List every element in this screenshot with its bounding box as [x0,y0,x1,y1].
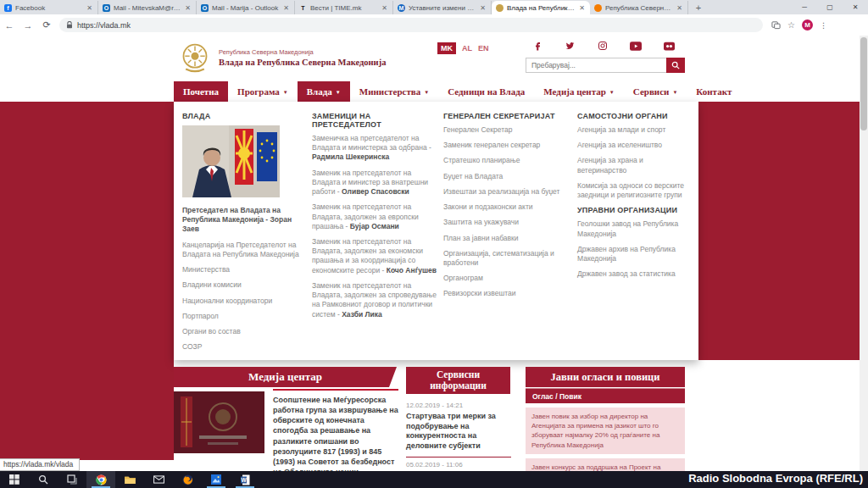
media-article-rule [273,389,398,391]
deputy-name: Радмила Шекеринска [312,152,389,161]
maximize-button[interactable]: ▢ [817,0,843,14]
nav-item-седници-на-влада[interactable]: Седници на Влада [438,81,534,102]
menu-link[interactable]: Канцеларија на Претседателот на Владата … [182,241,308,259]
media-article[interactable]: Соопштение на Меѓуресорска работна група… [273,389,398,471]
nav-item-министерства[interactable]: Министерства▼ [350,81,438,102]
nav-item-контакт[interactable]: Контакт [687,81,741,102]
menu-heading: САМОСТОЈНИ ОРГАНИ [577,112,691,120]
nav-item-медија-центар[interactable]: Медија центар▼ [534,81,623,102]
menu-link[interactable]: Закони и подзаконски акти [443,202,569,212]
twitter-icon[interactable] [565,41,576,51]
address-bar[interactable]: https://vlada.mk [59,18,763,32]
youtube-icon[interactable] [630,42,642,51]
menu-link[interactable]: Заменик генерален секретар [443,141,569,150]
menu-link[interactable]: СОЗР [182,342,308,352]
extension-icon[interactable] [771,20,781,30]
tab-close-icon[interactable]: ✕ [184,4,192,12]
browser-tab[interactable]: fFacebook✕ [0,1,98,14]
menu-link[interactable]: Органограм [443,274,569,283]
browser-tab[interactable]: OMail - Marija - Outlook✕ [197,1,295,14]
language-mk[interactable]: MK [437,42,456,54]
menu-link[interactable]: Ревизорски извештаи [443,289,569,298]
close-button[interactable]: ✕ [843,0,868,14]
services-band[interactable]: Сервисни информации [406,367,510,394]
search-input[interactable] [526,58,666,73]
nav-item-програма[interactable]: Програма▼ [228,81,298,102]
media-center-band[interactable]: Медија центар [174,367,397,387]
menu-link-featured[interactable]: Претседател на Владата на Република Маке… [182,206,308,235]
instagram-icon[interactable] [598,41,608,51]
service-item-title[interactable]: Стартуваа три мерки за подобрување на ко… [406,412,511,452]
menu-link[interactable]: Буџет на Владата [443,172,569,181]
tab-close-icon[interactable]: ✕ [381,4,388,12]
menu-link[interactable]: Заштита на укажувачи [443,218,569,227]
menu-link[interactable]: План за јавни набавки [443,234,569,243]
taskbar-start-icon[interactable] [0,471,29,488]
language-al[interactable]: AL [462,44,472,53]
menu-link-deputy[interactable]: Заменичка на претседателот на Владата и … [312,134,437,163]
menu-link[interactable]: Извештаи за реализација на буџет [443,187,569,197]
taskbar-firefox-icon[interactable] [173,471,202,488]
profile-avatar[interactable]: M [802,19,813,30]
menu-link-deputy[interactable]: Заменик на претседателот на Владата и ми… [312,169,437,197]
taskbar-mail-icon[interactable] [144,471,173,488]
taskbar-explorer-icon[interactable] [115,471,144,488]
menu-link[interactable]: Државен завод за статистика [577,269,691,279]
notices-band[interactable]: Јавни огласи и повици [526,367,685,387]
page-scrollbar[interactable] [860,36,868,471]
media-article-thumbnail[interactable] [174,391,264,453]
menu-link[interactable]: Организација, систематизација и вработен… [443,249,569,268]
reload-icon[interactable]: ⟳ [37,19,56,30]
prime-minister-photo[interactable] [182,125,280,197]
menu-link[interactable]: Комисија за односи со верските заедници … [577,181,691,200]
taskbar-photos-icon[interactable] [202,471,231,488]
search-button[interactable] [666,58,685,73]
menu-link-deputy[interactable]: Заменик на претседателот на Владата, зад… [312,237,437,275]
tab-close-icon[interactable]: ✕ [676,4,683,12]
taskbar-word-icon[interactable]: W [231,471,259,488]
nav-item-влада[interactable]: Влада▼ [298,81,350,102]
menu-link[interactable]: Агенција за храна и ветеринарство [577,156,691,175]
menu-link[interactable]: Органи во состав [182,327,308,336]
browser-tab[interactable]: Влада на Република Македони✕ [492,1,590,14]
menu-link[interactable]: Државен архив на Република Македонија [577,245,691,263]
scrollbar-thumb[interactable] [860,37,867,130]
flickr-icon[interactable] [664,42,675,51]
tab-close-icon[interactable]: ✕ [479,4,487,12]
menu-link[interactable]: Портпарол [182,312,308,321]
new-tab-button[interactable]: + [692,3,705,14]
menu-link[interactable]: Министерства [182,265,308,274]
minimize-button[interactable]: ─ [792,0,817,14]
browser-tab[interactable]: MУставните измени ставија на с✕ [393,1,492,14]
menu-link[interactable]: Агенција за млади и спорт [577,125,691,135]
taskbar-chrome-icon[interactable] [86,471,115,488]
browser-tab[interactable]: TВести | TIME.mk✕ [295,1,393,14]
tab-close-icon[interactable]: ✕ [86,4,93,12]
notice-item[interactable]: Јавен конкурс за поддршка на Проект на з… [526,458,685,471]
notice-item[interactable]: Јавен повик за избор на директор на Аген… [526,408,685,454]
chrome-menu-icon[interactable]: ⋮ [820,21,827,30]
taskbar-taskview-icon[interactable] [58,471,86,488]
browser-tab[interactable]: OMail - MitevskaM@rferl.org✕ [98,1,197,14]
notice-type-subheader: Оглас / Повик [526,388,685,403]
menu-link[interactable]: Национални координатори [182,297,308,306]
menu-link-deputy[interactable]: Заменик на претседателот на Владата, зад… [312,202,437,231]
taskbar-search-icon[interactable] [29,471,58,488]
back-icon[interactable]: ← [0,20,19,30]
site-brand[interactable]: Република Северна Македонија Влада на Ре… [180,42,386,74]
menu-link[interactable]: Владини комисии [182,280,308,290]
menu-link-deputy[interactable]: Заменик на претседателот на Владата, зад… [312,281,437,319]
nav-item-почетна[interactable]: Почетна [174,81,228,102]
menu-link[interactable]: Генерален Секретар [443,125,569,135]
bookmark-star-icon[interactable]: ☆ [787,20,795,30]
menu-link[interactable]: Агенција за иселеништво [577,141,691,150]
menu-link[interactable]: Стратешко планирање [443,156,569,165]
nav-item-сервиси[interactable]: Сервиси▼ [624,81,687,102]
facebook-icon[interactable] [532,41,542,51]
language-en[interactable]: EN [478,44,489,53]
tab-close-icon[interactable]: ✕ [578,4,586,12]
tab-close-icon[interactable]: ✕ [282,4,290,12]
menu-link[interactable]: Геолошки завод на Република Македонија [577,219,691,238]
browser-tab[interactable]: Република Северна Македони✕ [590,1,688,14]
forward-icon[interactable]: → [19,20,37,30]
